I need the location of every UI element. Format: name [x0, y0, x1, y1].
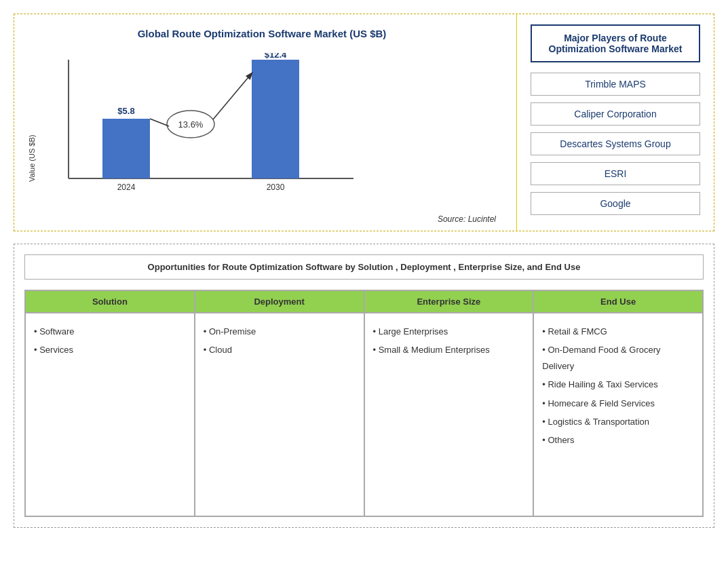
- chart-title: Global Route Optimization Software Marke…: [28, 28, 496, 39]
- player-item-1: Caliper Corporation: [531, 102, 700, 126]
- players-title: Major Players of Route Optimization Soft…: [531, 24, 700, 62]
- col-header-solution: Solution: [25, 290, 195, 313]
- enduse-item-0: Retail & FMCG: [542, 324, 694, 339]
- bar-2030: [252, 60, 299, 178]
- annotation-arrow-line: [213, 73, 252, 119]
- deployment-item-1: Cloud: [204, 342, 356, 358]
- player-item-3: ESRI: [531, 162, 700, 185]
- enduse-item-4: Logistics & Transportation: [542, 414, 694, 429]
- player-item-0: Trimble MAPS: [531, 73, 700, 96]
- bar-2024-value: $5.8: [117, 106, 134, 116]
- col-content-deployment: On-Premise Cloud: [195, 313, 364, 516]
- annotation-text: 13.6%: [178, 119, 204, 130]
- players-panel: Major Players of Route Optimization Soft…: [517, 14, 714, 231]
- opportunities-grid: Solution Deployment Enterprise Size End …: [24, 290, 704, 517]
- top-section: Global Route Optimization Software Marke…: [14, 14, 714, 231]
- col-content-solution: Software Services: [25, 313, 195, 516]
- enduse-item-3: Homecare & Field Services: [542, 396, 694, 411]
- solution-item-0: Software: [34, 324, 186, 339]
- bar-2024: [102, 119, 150, 178]
- enduse-item-5: Others: [542, 432, 694, 448]
- annotation-arrow-from-bar: [150, 119, 169, 126]
- col-header-enduse: End Use: [533, 290, 703, 313]
- enterprise-item-1: Small & Medium Enterprises: [373, 342, 525, 358]
- bottom-section: Opportunities for Route Optimization Sof…: [14, 244, 714, 528]
- opportunities-title: Opportunities for Route Optimization Sof…: [24, 254, 704, 280]
- player-item-2: Descartes Systems Group: [531, 132, 700, 155]
- chart-area: Global Route Optimization Software Marke…: [14, 14, 517, 231]
- bar-2030-value: $12.4: [265, 53, 287, 60]
- col-content-enduse: Retail & FMCG On-Demand Food & Grocery D…: [533, 313, 703, 516]
- col-header-enterprise: Enterprise Size: [364, 290, 534, 313]
- col-header-deployment: Deployment: [195, 290, 364, 313]
- col-content-enterprise: Large Enterprises Small & Medium Enterpr…: [364, 313, 534, 516]
- enterprise-item-0: Large Enterprises: [373, 324, 525, 339]
- deployment-item-0: On-Premise: [204, 324, 356, 339]
- enduse-item-1: On-Demand Food & Grocery Delivery: [542, 342, 694, 374]
- bar-chart: $5.8 2024 $12.4 2030 13.6%: [41, 53, 367, 209]
- enduse-item-2: Ride Hailing & Taxi Services: [542, 377, 694, 392]
- bar-2030-label: 2030: [267, 183, 285, 192]
- y-axis-label: Value (US $B): [28, 60, 36, 182]
- solution-item-1: Services: [34, 342, 186, 358]
- bar-2024-label: 2024: [117, 183, 136, 192]
- source-text: Source: Lucintel: [28, 214, 496, 224]
- player-item-4: Google: [531, 192, 700, 215]
